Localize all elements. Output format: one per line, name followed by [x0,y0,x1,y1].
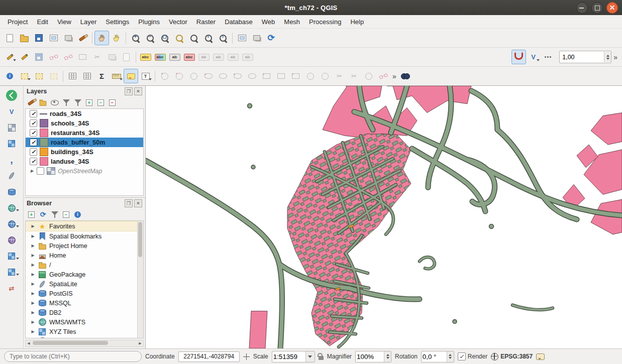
browser-item-spatialite[interactable]: ▶ SpatiaLite [26,279,143,289]
snapping-options-button[interactable] [511,50,526,64]
regular-polygon-center-button[interactable] [303,69,318,83]
select-features-button[interactable] [17,69,32,83]
save-layer-edits-button[interactable] [32,50,46,64]
browser-item-project-home[interactable]: ▶ Project Home [26,241,143,251]
expand-icon[interactable]: ▶ [31,224,35,228]
close-button[interactable] [606,2,618,14]
menu-raster[interactable]: Raster [192,17,220,27]
expand-icon[interactable]: ▶ [31,263,35,267]
layer-row-restaurants_34S[interactable]: ✓ restaurants_34S [26,128,143,138]
add-feature-button[interactable] [46,50,61,64]
merge-features-button[interactable] [361,69,376,83]
rotation-stepper[interactable] [447,351,454,362]
ellipse-extent-button[interactable] [230,69,245,83]
add-spatialite-layer-button[interactable] [4,169,19,182]
browser-item-home[interactable]: ▶ Home [26,251,143,260]
new-project-button[interactable] [3,31,17,45]
circle-3points-button[interactable] [172,69,186,83]
add-group-button[interactable] [38,97,48,108]
add-vector-tile-layer-button[interactable] [4,250,19,263]
split-parts-button[interactable]: ✂ [347,69,361,83]
locate-input[interactable] [4,351,142,362]
zoom-to-layer-button[interactable] [186,31,201,45]
rectangle-3points-button[interactable] [288,69,303,83]
expand-icon[interactable]: ▶ [31,282,35,286]
layer-checkbox[interactable]: ✓ [30,129,37,137]
menu-plugins[interactable]: Plugins [134,17,164,27]
menu-mesh[interactable]: Mesh [279,17,304,27]
zoom-in-button[interactable]: + [128,31,143,45]
vertex-tool-button[interactable] [61,50,75,64]
zoom-next-button[interactable]: › [216,31,230,45]
browser-item-mssql[interactable]: ▶ MSSQL [26,298,143,308]
layer-row-roads_buffer_50m[interactable]: ✓ roads_buffer_50m [26,138,143,147]
snapping-tolerance-input[interactable] [560,52,604,62]
toggle-editing-button[interactable] [17,50,32,64]
layers-panel-close-button[interactable]: ✕ [134,87,142,95]
menu-layer[interactable]: Layer [76,17,101,27]
change-label-button[interactable]: ab [226,50,240,64]
menu-project[interactable]: Project [3,17,32,27]
maximize-button[interactable] [591,2,603,14]
browser-item-root[interactable]: ▶ / [26,260,143,270]
circle-2points-button[interactable] [157,69,172,83]
identify-features-button[interactable]: i [3,69,17,83]
expand-icon[interactable]: ▶ [31,234,35,238]
layer-checkbox[interactable]: ✓ [30,119,37,127]
browser-item-spatial-bookmarks[interactable]: ▶ Spatial Bookmarks [26,231,143,241]
map-tips-button[interactable] [124,69,138,83]
browser-panel-close-button[interactable]: ✕ [134,199,142,207]
remove-layer-button[interactable]: − [107,97,118,108]
browser-item-postgis[interactable]: ▶ PostGIS [26,289,143,298]
paste-features-button[interactable] [119,50,134,64]
copy-features-button[interactable] [105,50,119,64]
add-wcs-layer-button[interactable] [4,233,19,247]
browser-properties-button[interactable]: i [72,209,83,220]
magnifier-stepper[interactable] [384,351,391,362]
browser-item-xyz-tiles[interactable]: ▶ XYZ Tiles [26,327,143,336]
new-map-view-button[interactable] [235,31,249,45]
expand-icon[interactable]: ▶ [31,253,35,258]
text-annotation-button[interactable]: T [138,69,153,83]
pan-map-button[interactable] [94,31,109,45]
menu-database[interactable]: Database [220,17,257,27]
minimize-button[interactable] [576,2,588,14]
zoom-out-button[interactable]: − [143,31,157,45]
metasearch-button[interactable] [398,69,413,83]
add-delimited-text-layer-button[interactable]: , [4,153,19,166]
browser-panel-float-button[interactable]: ❐ [125,199,133,207]
data-source-manager-button[interactable] [4,89,19,102]
browser-refresh-button[interactable]: ⟳ [38,209,48,220]
pin-labels-button[interactable]: ab [167,50,182,64]
add-arcgis-layer-button[interactable]: ⇄ [4,282,19,295]
filter-legend-by-expression-button[interactable] [72,97,83,108]
expand-icon[interactable]: ▶ [31,301,35,305]
layer-checkbox[interactable]: ✓ [30,139,37,146]
map-canvas[interactable] [146,86,622,348]
expand-all-button[interactable]: + [84,97,94,108]
lock-scale-icon[interactable] [319,356,324,360]
add-selected-layers-button[interactable]: + [26,209,37,220]
magnifier-input[interactable] [356,352,384,361]
rectangle-extent-button[interactable] [274,69,288,83]
layer-row-landuse_34S[interactable]: ✓ landuse_34S [26,157,143,166]
select-by-expression-button[interactable] [32,69,46,83]
render-toggle[interactable]: ✓ Render [458,352,487,360]
collapse-all-button[interactable]: − [95,97,106,108]
rotation-input[interactable] [422,352,447,361]
regular-polygon-corner-button[interactable] [318,69,332,83]
ellipse-foci-button[interactable] [245,69,259,83]
browser-filter-button[interactable] [49,209,60,220]
style-manager-button[interactable] [75,31,90,45]
snapping-tolerance-spinbox[interactable] [559,51,611,63]
render-checkbox[interactable]: ✓ [458,352,466,360]
advanced-digitizing-button[interactable]: V [526,50,541,64]
rotation-spinbox[interactable] [421,351,454,362]
scale-input[interactable] [272,352,305,361]
ellipse-center-2points-button[interactable] [201,69,216,83]
open-attribute-table-button[interactable] [65,69,80,83]
expand-icon[interactable]: ▶ [30,169,34,173]
expand-icon[interactable]: ▶ [31,272,35,277]
save-project-button[interactable] [32,31,46,45]
new-print-layout-button[interactable] [46,31,61,45]
